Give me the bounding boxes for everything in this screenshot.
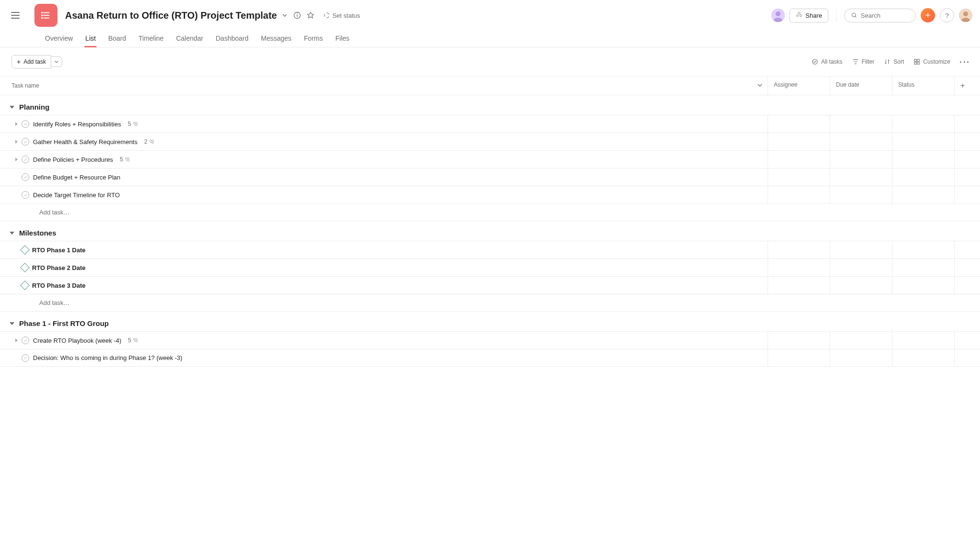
- status-cell[interactable]: [892, 332, 954, 349]
- collapse-caret[interactable]: [10, 106, 14, 109]
- quick-add-button[interactable]: +: [921, 8, 935, 22]
- status-cell[interactable]: [892, 133, 954, 150]
- task-name[interactable]: RTO Phase 1 Date: [32, 247, 86, 254]
- status-cell[interactable]: [892, 277, 954, 294]
- customize-button[interactable]: Customize: [913, 58, 950, 65]
- due-date-cell[interactable]: [830, 349, 892, 366]
- task-name[interactable]: Gather Health & Safety Requirements: [33, 138, 137, 146]
- section-title[interactable]: Planning: [19, 103, 49, 111]
- column-assignee[interactable]: Assignee: [768, 77, 830, 95]
- complete-checkbox[interactable]: [22, 156, 29, 163]
- star-icon[interactable]: [307, 11, 314, 19]
- chevron-down-icon[interactable]: [282, 12, 288, 18]
- milestone-marker[interactable]: [20, 245, 30, 255]
- tab-forms[interactable]: Forms: [303, 30, 324, 47]
- expand-subtasks-icon[interactable]: [15, 157, 18, 161]
- task-row[interactable]: Gather Health & Safety Requirements 2: [0, 133, 980, 150]
- tab-dashboard[interactable]: Dashboard: [215, 30, 250, 47]
- status-cell[interactable]: [892, 349, 954, 366]
- task-row[interactable]: Create RTO Playbook (week -4) 5: [0, 331, 980, 349]
- task-name[interactable]: Define Budget + Resource Plan: [33, 174, 120, 181]
- task-row[interactable]: Define Policies + Procedures 5: [0, 150, 980, 168]
- task-row[interactable]: Define Budget + Resource Plan: [0, 168, 980, 186]
- status-cell[interactable]: [892, 259, 954, 276]
- add-task-inline[interactable]: Add task…: [0, 203, 980, 221]
- task-name[interactable]: RTO Phase 3 Date: [32, 282, 86, 289]
- assignee-cell[interactable]: [768, 349, 830, 366]
- filter-button[interactable]: Filter: [852, 58, 875, 65]
- due-date-cell[interactable]: [830, 133, 892, 150]
- tab-files[interactable]: Files: [334, 30, 351, 47]
- task-name[interactable]: RTO Phase 2 Date: [32, 264, 86, 271]
- search-input-wrapper[interactable]: [844, 9, 916, 22]
- assignee-cell[interactable]: [768, 241, 830, 258]
- assignee-cell[interactable]: [768, 332, 830, 349]
- task-row[interactable]: Identify Roles + Responsibilities 5: [0, 115, 980, 133]
- add-task-inline[interactable]: Add task…: [0, 294, 980, 312]
- search-input[interactable]: [860, 11, 909, 20]
- more-options[interactable]: [960, 61, 969, 63]
- assignee-cell[interactable]: [768, 186, 830, 203]
- complete-checkbox[interactable]: [22, 120, 29, 128]
- profile-avatar[interactable]: [959, 9, 972, 22]
- add-task-button[interactable]: + Add task: [11, 55, 51, 68]
- complete-checkbox[interactable]: [22, 191, 29, 199]
- tab-board[interactable]: Board: [107, 30, 127, 47]
- assignee-cell[interactable]: [768, 151, 830, 168]
- help-button[interactable]: ?: [940, 8, 954, 22]
- assignee-cell[interactable]: [768, 133, 830, 150]
- due-date-cell[interactable]: [830, 115, 892, 133]
- tab-messages[interactable]: Messages: [260, 30, 292, 47]
- all-tasks-filter[interactable]: All tasks: [812, 58, 843, 65]
- section-title[interactable]: Phase 1 - First RTO Group: [19, 319, 109, 327]
- expand-column-icon[interactable]: [757, 82, 763, 90]
- assignee-cell[interactable]: [768, 259, 830, 276]
- collapse-caret[interactable]: [10, 232, 14, 235]
- milestone-marker[interactable]: [20, 263, 30, 272]
- due-date-cell[interactable]: [830, 168, 892, 186]
- task-row[interactable]: RTO Phase 1 Date: [0, 241, 980, 258]
- column-status[interactable]: Status: [892, 77, 954, 95]
- column-due-date[interactable]: Due date: [830, 77, 892, 95]
- tab-calendar[interactable]: Calendar: [175, 30, 204, 47]
- sort-button[interactable]: Sort: [884, 58, 904, 65]
- task-name[interactable]: Create RTO Playbook (week -4): [33, 337, 121, 344]
- complete-checkbox[interactable]: [22, 354, 29, 362]
- due-date-cell[interactable]: [830, 151, 892, 168]
- task-name[interactable]: Decision: Who is coming in during Phase …: [33, 354, 182, 361]
- assignee-cell[interactable]: [768, 168, 830, 186]
- section-title[interactable]: Milestones: [19, 229, 56, 237]
- add-column-button[interactable]: +: [954, 77, 980, 95]
- assignee-cell[interactable]: [768, 277, 830, 294]
- add-task-dropdown[interactable]: [51, 56, 62, 67]
- status-cell[interactable]: [892, 186, 954, 203]
- member-avatar[interactable]: [771, 9, 785, 22]
- due-date-cell[interactable]: [830, 332, 892, 349]
- expand-subtasks-icon[interactable]: [15, 338, 18, 342]
- task-row[interactable]: RTO Phase 2 Date: [0, 258, 980, 276]
- milestone-marker[interactable]: [20, 281, 30, 290]
- set-status-button[interactable]: Set status: [324, 12, 360, 19]
- expand-subtasks-icon[interactable]: [15, 122, 18, 126]
- tab-timeline[interactable]: Timeline: [138, 30, 165, 47]
- status-cell[interactable]: [892, 115, 954, 133]
- status-cell[interactable]: [892, 151, 954, 168]
- task-name[interactable]: Decide Target Timeline for RTO: [33, 191, 120, 199]
- complete-checkbox[interactable]: [22, 337, 29, 344]
- due-date-cell[interactable]: [830, 277, 892, 294]
- task-row[interactable]: Decision: Who is coming in during Phase …: [0, 349, 980, 367]
- task-name[interactable]: Define Policies + Procedures: [33, 156, 113, 163]
- status-cell[interactable]: [892, 241, 954, 258]
- assignee-cell[interactable]: [768, 115, 830, 133]
- status-cell[interactable]: [892, 168, 954, 186]
- collapse-caret[interactable]: [10, 322, 14, 325]
- menu-toggle[interactable]: [8, 8, 23, 23]
- task-name[interactable]: Identify Roles + Responsibilities: [33, 121, 121, 128]
- due-date-cell[interactable]: [830, 259, 892, 276]
- tab-list[interactable]: List: [84, 30, 97, 47]
- due-date-cell[interactable]: [830, 186, 892, 203]
- due-date-cell[interactable]: [830, 241, 892, 258]
- task-row[interactable]: Decide Target Timeline for RTO: [0, 186, 980, 203]
- info-icon[interactable]: [293, 11, 301, 19]
- complete-checkbox[interactable]: [22, 173, 29, 181]
